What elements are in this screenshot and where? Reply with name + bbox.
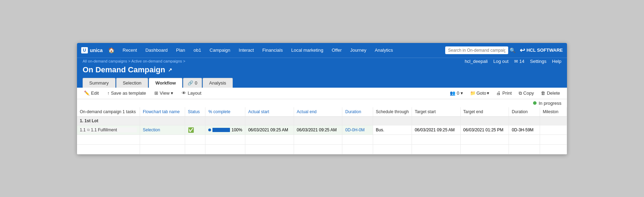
count-label: 0 — [457, 90, 459, 96]
status-label: In progress — [539, 101, 561, 106]
nav-recent[interactable]: Recent — [118, 43, 141, 58]
breadcrumb: All on-demand campaigns > Active on-dema… — [83, 59, 186, 63]
hcl-logo: ↩ HCL SOFTWARE — [520, 46, 563, 54]
edit-button[interactable]: ✏️ Edit — [83, 90, 100, 96]
table-group-row: 1. 1st Lot — [77, 116, 567, 125]
page-title-row: On Demand Campaign ↗ — [77, 64, 567, 78]
view-label: View — [160, 90, 169, 96]
layout-icon: 👁 — [182, 90, 186, 96]
pct-cell: 100% — [205, 125, 245, 134]
col-header-target-end[interactable]: Target end — [460, 107, 509, 117]
breadcrumb-link-1[interactable]: All on-demand campaigns — [83, 59, 127, 63]
empty-1-du — [342, 134, 373, 144]
empty-1-pc — [205, 134, 245, 144]
print-button[interactable]: 🖨 Print — [495, 90, 513, 96]
col-header-status[interactable]: Status — [185, 107, 205, 117]
group-actual-end — [294, 116, 342, 125]
page-title: On Demand Campaign ↗ — [83, 65, 172, 74]
nav-campaign[interactable]: Campaign — [205, 43, 234, 58]
breadcrumb-bar: All on-demand campaigns > Active on-dema… — [77, 58, 567, 64]
col-header-schedule[interactable]: Schedule through — [373, 107, 412, 117]
flowchart-name[interactable]: Selection — [140, 125, 185, 134]
nav-dashboard[interactable]: Dashboard — [141, 43, 172, 58]
progress-dot — [208, 129, 211, 131]
page-external-link-icon[interactable]: ↗ — [168, 67, 172, 73]
nav-ob1[interactable]: ob1 — [189, 43, 205, 58]
logout-button[interactable]: Log out — [493, 59, 508, 64]
logo-text: unica — [90, 48, 103, 53]
col-header-pct[interactable]: % complete — [205, 107, 245, 117]
mail-count: 14 — [519, 59, 524, 64]
mail-badge[interactable]: ✉ 14 — [514, 59, 524, 64]
col-header-actual-end[interactable]: Actual end — [294, 107, 342, 117]
delete-button[interactable]: 🗑 Delete — [539, 90, 561, 96]
breadcrumb-sep-2: > — [183, 59, 185, 63]
settings-button[interactable]: Settings — [530, 59, 546, 64]
empty-2-pc — [205, 144, 245, 154]
nav-journey[interactable]: Journey — [346, 43, 370, 58]
schedule-through: Bus. — [373, 125, 412, 134]
status-cell: ✅ — [185, 125, 205, 134]
edit-label: Edit — [91, 90, 99, 96]
group-status — [185, 116, 205, 125]
tab-summary[interactable]: Summary — [83, 78, 115, 88]
group-schedule — [373, 116, 412, 125]
col-header-dur2[interactable]: Duration — [509, 107, 540, 117]
toolbar-right: 👥 0 ▾ 📁 Goto ▾ 🖨 Print ⧉ Copy 🗑 Delete — [448, 90, 561, 97]
tab-workflow[interactable]: Workflow — [149, 78, 182, 88]
empty-1-sc — [373, 134, 412, 144]
progress-cell-inner: 100% — [208, 127, 242, 132]
status-badge: In progress — [533, 101, 561, 106]
view-icon: ⊞ — [154, 90, 158, 96]
nav-analytics[interactable]: Analytics — [371, 43, 397, 58]
save-template-button[interactable]: ↑ Save as template — [106, 90, 147, 96]
workflow-table: On-demand campaign 1 tasks Flowchart tab… — [77, 107, 567, 154]
nav-plan[interactable]: Plan — [172, 43, 189, 58]
empty-1-ae — [294, 134, 342, 144]
table-row: 1.1 ⧉ 1.1 Fulfillment Selection ✅ 1 — [77, 125, 567, 134]
col-header-target-start[interactable]: Target start — [412, 107, 460, 117]
col-header-actual-start[interactable]: Actual start — [245, 107, 294, 117]
task-number: 1.1 — [80, 127, 86, 132]
nav-items: Recent Dashboard Plan ob1 Campaign Inter… — [118, 43, 445, 58]
task-name: 1.1 ⧉ 1.1 Fulfillment — [77, 125, 140, 134]
empty-1-as — [245, 134, 294, 144]
search-icon: 🔍 — [510, 48, 516, 53]
layout-button[interactable]: 👁 Layout — [180, 90, 203, 96]
empty-2-sc — [373, 144, 412, 154]
col-header-flowchart[interactable]: Flowchart tab name — [140, 107, 185, 117]
search-input[interactable] — [445, 46, 508, 54]
tab-analysis[interactable]: Analysis — [203, 78, 233, 88]
tab-links[interactable]: 🔗 0 — [183, 78, 202, 88]
nav-interact[interactable]: Interact — [234, 43, 258, 58]
logo-box: U — [81, 47, 88, 53]
group-actual-start — [245, 116, 294, 125]
empty-1-mi — [540, 134, 567, 144]
tab-selection[interactable]: Selection — [116, 78, 148, 88]
top-nav: U unica 🏠 Recent Dashboard Plan ob1 Camp… — [77, 43, 567, 58]
goto-chevron: ▾ — [487, 90, 489, 96]
table-row-empty-1 — [77, 134, 567, 144]
col-header-milestone[interactable]: Mileston — [540, 107, 567, 117]
count-button[interactable]: 👥 0 ▾ — [448, 90, 464, 96]
hcl-arrow-icon: ↩ — [520, 46, 525, 54]
home-icon[interactable]: 🏠 — [108, 47, 115, 53]
goto-button[interactable]: 📁 Goto ▾ — [469, 90, 491, 96]
help-button[interactable]: Help — [552, 59, 561, 64]
save-template-label: Save as template — [111, 90, 146, 96]
save-template-icon: ↑ — [107, 90, 110, 96]
nav-offer[interactable]: Offer — [328, 43, 346, 58]
task-cell-inner: 1.1 ⧉ 1.1 Fulfillment — [80, 127, 137, 132]
empty-2-st — [185, 144, 205, 154]
milestone — [540, 125, 567, 134]
view-button[interactable]: ⊞ View ▾ — [153, 90, 175, 96]
nav-financials[interactable]: Financials — [258, 43, 287, 58]
nav-local-marketing[interactable]: Local marketing — [287, 43, 328, 58]
breadcrumb-link-2[interactable]: Active on-demand campaigns — [131, 59, 182, 63]
status-dot — [533, 101, 537, 105]
copy-button[interactable]: ⧉ Copy — [517, 90, 535, 97]
nav-search-wrap: 🔍 — [445, 46, 516, 54]
col-header-duration[interactable]: Duration — [342, 107, 373, 117]
link-icon: 🔗 — [188, 80, 193, 86]
status-check-icon: ✅ — [188, 127, 194, 133]
